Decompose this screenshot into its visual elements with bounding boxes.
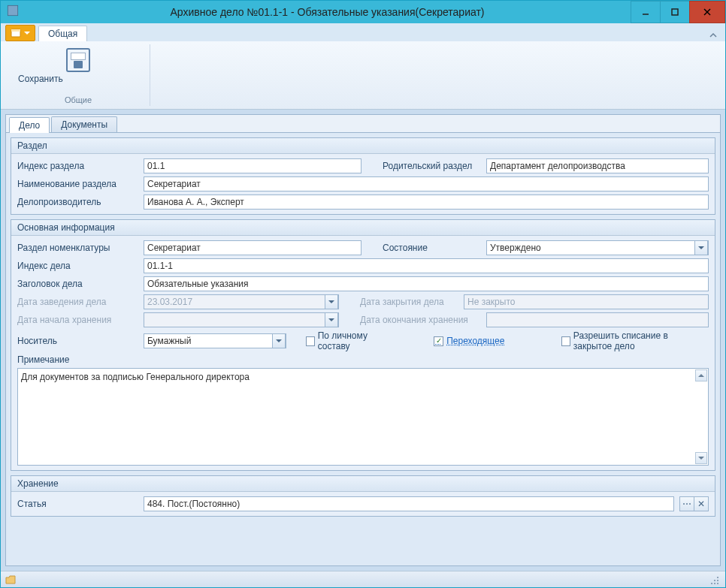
minimize-button[interactable] (631, 1, 661, 23)
article-label: Статья (17, 499, 138, 509)
close-button[interactable] (689, 1, 725, 23)
article-field[interactable]: 484. Пост.(Постоянно) (144, 496, 674, 511)
app-window: Архивное дело №01.1-1 - Обязательные ука… (0, 0, 726, 588)
panel-main-title: Основная информация (11, 220, 715, 236)
chevron-down-icon (24, 32, 30, 35)
statusbar (1, 571, 725, 587)
note-textarea[interactable]: Для документов за подписью Генерального … (17, 368, 709, 466)
carrier-dropdown[interactable]: Бумажный (144, 333, 286, 348)
checkbox-checked-icon (434, 336, 443, 346)
chevron-down-icon (272, 333, 286, 348)
scroll-up-button[interactable] (695, 369, 707, 381)
open-date-label: Дата заведения дела (17, 297, 138, 307)
ribbon-group-label: Общие (65, 95, 92, 104)
section-index-label: Индекс раздела (17, 161, 138, 171)
checkbox-icon (561, 336, 570, 346)
tab-case[interactable]: Дело (9, 117, 50, 133)
case-title-field[interactable]: Обязательные указания (144, 276, 709, 291)
app-icon (5, 3, 23, 21)
carrier-label: Носитель (17, 336, 138, 346)
content-area: Дело Документы Раздел Индекс раздела 01.… (1, 110, 725, 571)
close-date-field: Не закрыто (464, 294, 709, 309)
state-dropdown[interactable]: Утверждено (486, 240, 709, 255)
svg-rect-6 (11, 29, 20, 32)
resize-grip[interactable] (710, 574, 721, 585)
ribbon-body: Сохранить Общие (1, 41, 725, 109)
svg-rect-2 (672, 9, 678, 15)
article-clear-button[interactable]: ✕ (694, 496, 709, 511)
form-tabrow: Дело Документы (6, 115, 720, 133)
tab-documents[interactable]: Документы (51, 116, 117, 132)
personal-label: По личному составу (318, 330, 390, 351)
carrier-value: Бумажный (147, 336, 191, 346)
file-menu-button[interactable] (5, 25, 35, 41)
case-index-field[interactable]: 01.1-1 (144, 258, 709, 273)
clerk-label: Делопроизводитель (17, 197, 138, 207)
save-button-label: Сохранить (18, 74, 138, 84)
form-container: Дело Документы Раздел Индекс раздела 01.… (5, 114, 721, 566)
personal-checkbox[interactable]: По личному составу (306, 330, 389, 351)
folder-icon (5, 574, 16, 585)
panel-storage: Хранение Статья 484. Пост.(Постоянно) ⋯ … (11, 475, 715, 517)
nomen-field[interactable]: Секретариат (144, 240, 361, 255)
article-lookup-button[interactable]: ⋯ (679, 496, 694, 511)
scroll-down-button[interactable] (695, 452, 707, 464)
panel-section-title: Раздел (11, 138, 715, 154)
state-label: Состояние (383, 243, 480, 253)
store-start-field (144, 312, 339, 327)
open-date-value: 23.03.2017 (147, 297, 192, 307)
ribbon-collapse-button[interactable] (707, 29, 719, 41)
ribbon-tabrow: Общая (1, 23, 725, 41)
save-icon (66, 48, 90, 72)
panel-storage-body: Статья 484. Пост.(Постоянно) ⋯ ✕ (11, 492, 715, 516)
chevron-down-icon (325, 312, 338, 327)
section-index-field[interactable]: 01.1 (144, 158, 361, 173)
store-start-label: Дата начала хранения (17, 315, 138, 325)
clerk-field[interactable]: Иванова А. А., Эксперт (144, 194, 709, 210)
form-scroll[interactable]: Раздел Индекс раздела 01.1 Родительский … (6, 133, 720, 565)
panel-section-body: Индекс раздела 01.1 Родительский раздел … (11, 154, 715, 214)
chevron-down-icon (694, 240, 708, 255)
open-date-field: 23.03.2017 (144, 294, 339, 309)
ribbon-tab-general[interactable]: Общая (38, 26, 87, 41)
section-name-field[interactable]: Секретариат (144, 176, 709, 191)
ribbon-group-common: Сохранить Общие (7, 44, 150, 106)
state-value: Утверждено (490, 243, 541, 253)
chevron-down-icon (325, 294, 338, 309)
window-title: Архивное дело №01.1-1 - Обязательные ука… (23, 6, 631, 18)
article-lookup-buttons: ⋯ ✕ (680, 496, 709, 511)
store-end-field (486, 312, 709, 327)
transitional-label: Переходящее (446, 336, 504, 346)
save-button[interactable]: Сохранить (13, 46, 144, 86)
parent-section-field[interactable]: Департамент делопроизводства (486, 158, 709, 173)
case-index-label: Индекс дела (17, 261, 138, 271)
panel-section: Раздел Индекс раздела 01.1 Родительский … (11, 137, 715, 215)
titlebar: Архивное дело №01.1-1 - Обязательные ука… (1, 1, 725, 23)
panel-main: Основная информация Раздел номенклатуры … (11, 219, 715, 471)
svg-rect-0 (8, 5, 17, 15)
note-text: Для документов за подписью Генерального … (21, 372, 250, 382)
close-date-label: Дата закрытия дела (360, 297, 458, 307)
ribbon: Общая Сохранить Общие (1, 23, 725, 110)
panel-storage-title: Хранение (11, 476, 715, 492)
writeoff-label: Разрешить списание в закрытое дело (573, 330, 709, 351)
nomen-label: Раздел номенклатуры (17, 243, 138, 253)
section-name-label: Наименование раздела (17, 179, 138, 189)
case-title-label: Заголовок дела (17, 279, 138, 289)
writeoff-checkbox[interactable]: Разрешить списание в закрытое дело (561, 330, 709, 351)
maximize-button[interactable] (660, 1, 690, 23)
parent-section-label: Родительский раздел (383, 161, 480, 171)
note-label: Примечание (17, 354, 709, 365)
checkbox-icon (306, 336, 314, 346)
panel-main-body: Раздел номенклатуры Секретариат Состояни… (11, 236, 715, 470)
store-end-label: Дата окончания хранения (360, 315, 480, 325)
transitional-checkbox[interactable]: Переходящее (434, 336, 504, 346)
